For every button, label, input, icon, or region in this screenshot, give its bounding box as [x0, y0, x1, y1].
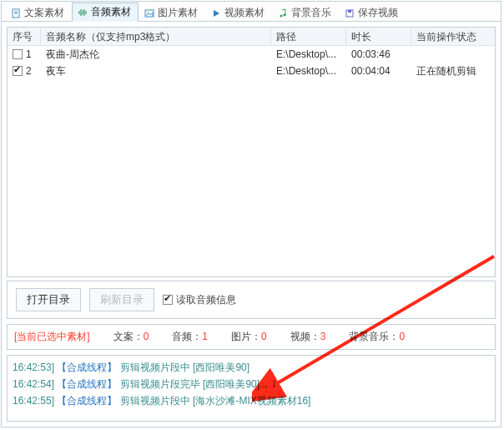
selected-material-status: [当前已选中素材] 文案：0 音频：1 图片：0 视频：3 背景音乐：0 — [7, 324, 496, 350]
tab-save-video[interactable]: 保存视频 — [339, 3, 406, 22]
checkbox-icon — [163, 295, 173, 305]
svg-rect-14 — [348, 10, 351, 13]
row-name: 夜车 — [41, 63, 271, 80]
row-status: 正在随机剪辑 — [411, 63, 495, 80]
doc-icon — [11, 8, 21, 18]
status-bgm-count: 背景音乐：0 — [349, 330, 405, 344]
audio-toolbar: 打开目录 刷新目录 读取音频信息 — [7, 281, 496, 319]
svg-point-11 — [280, 14, 282, 17]
table-row[interactable]: 1 夜曲-周杰伦 E:\Desktop\... 00:03:46 — [8, 46, 495, 63]
option-label: 读取音频信息 — [176, 293, 236, 307]
save-disk-icon — [345, 8, 355, 18]
col-duration[interactable]: 时长 — [346, 28, 411, 45]
status-title: [当前已选中素材] — [14, 330, 90, 344]
svg-marker-10 — [214, 10, 219, 17]
table-header: 序号 音频名称（仅支持mp3格式） 路径 时长 当前操作状态 — [8, 28, 495, 46]
col-path[interactable]: 路径 — [271, 28, 346, 45]
tab-text-material[interactable]: 文案素材 — [5, 3, 72, 22]
row-checkbox[interactable] — [13, 66, 23, 76]
row-checkbox[interactable] — [13, 49, 23, 59]
log-line: 16:42:55] 【合成线程】 剪辑视频片段中 [海水沙滩-MIX视频素材16… — [13, 392, 490, 409]
row-name: 夜曲-周杰伦 — [41, 46, 271, 63]
row-duration: 00:03:46 — [346, 47, 411, 62]
tab-label: 图片素材 — [158, 6, 198, 20]
tab-audio-material[interactable]: 音频素材 — [72, 3, 139, 22]
log-panel[interactable]: 16:42:53] 【合成线程】 剪辑视频片段中 [西阳唯美90] 16:42:… — [7, 355, 496, 422]
col-index[interactable]: 序号 — [8, 28, 41, 45]
tab-label: 音频素材 — [91, 5, 131, 19]
svg-point-12 — [283, 13, 285, 16]
tab-label: 背景音乐 — [291, 6, 331, 20]
refresh-dir-button[interactable]: 刷新目录 — [89, 288, 154, 311]
audio-wave-icon — [78, 8, 88, 18]
tab-label: 文案素材 — [24, 6, 64, 20]
row-index: 2 — [26, 65, 32, 77]
tab-label: 视频素材 — [224, 6, 265, 20]
play-icon — [211, 8, 221, 18]
col-status[interactable]: 当前操作状态 — [411, 28, 495, 45]
table-row[interactable]: 2 夜车 E:\Desktop\... 00:04:04 正在随机剪辑 — [8, 63, 495, 79]
status-image-count: 图片：0 — [231, 330, 267, 344]
log-line: 16:42:54] 【合成线程】 剪辑视频片段完毕 [西阳唯美90]... I — [13, 376, 490, 392]
tab-label: 保存视频 — [358, 6, 398, 20]
table-body: 1 夜曲-周杰伦 E:\Desktop\... 00:03:46 2 夜车 E:… — [8, 46, 495, 276]
tab-bgm[interactable]: 背景音乐 — [272, 3, 339, 22]
text-cursor-icon: I — [270, 376, 277, 392]
image-icon — [144, 8, 154, 18]
row-duration: 00:04:04 — [346, 63, 411, 78]
open-dir-button[interactable]: 打开目录 — [16, 288, 81, 311]
row-path: E:\Desktop\... — [271, 63, 346, 78]
music-note-icon — [278, 8, 288, 18]
read-audio-info-option[interactable]: 读取音频信息 — [163, 293, 236, 307]
row-index: 1 — [26, 48, 32, 60]
row-status — [411, 53, 495, 56]
material-tabs: 文案素材 音频素材 图片素材 视频素材 背景音乐 — [2, 2, 501, 22]
tab-image-material[interactable]: 图片素材 — [139, 3, 205, 22]
status-text-count: 文案：0 — [113, 330, 149, 344]
audio-list-table: 序号 音频名称（仅支持mp3格式） 路径 时长 当前操作状态 1 夜曲-周杰伦 … — [7, 27, 496, 277]
status-video-count: 视频：3 — [290, 330, 326, 344]
row-path: E:\Desktop\... — [271, 47, 346, 62]
log-line: 16:42:53] 【合成线程】 剪辑视频片段中 [西阳唯美90] — [13, 359, 490, 376]
status-audio-count: 音频：1 — [172, 330, 208, 344]
tab-video-material[interactable]: 视频素材 — [205, 3, 272, 22]
col-name[interactable]: 音频名称（仅支持mp3格式） — [41, 28, 271, 45]
